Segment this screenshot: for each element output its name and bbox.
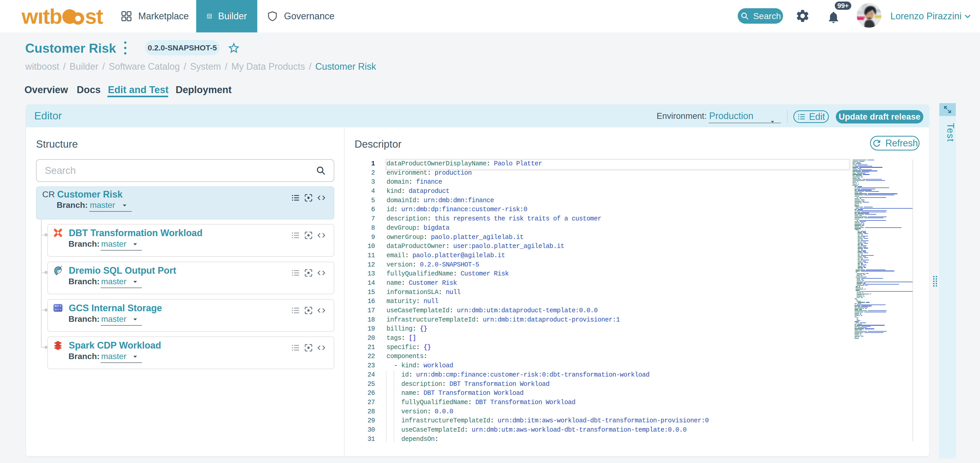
svg-text:</>: </> xyxy=(208,16,211,18)
